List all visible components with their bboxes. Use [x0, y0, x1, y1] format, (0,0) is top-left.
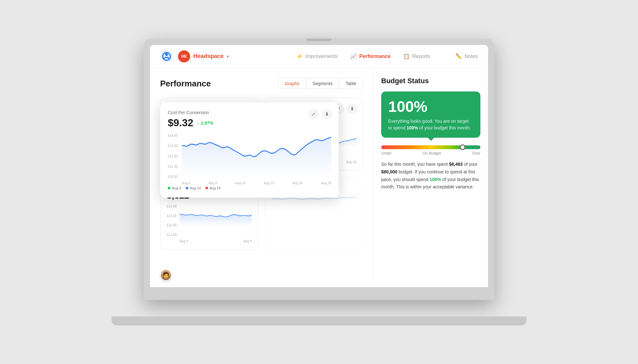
- nav-item-reports[interactable]: 📋 Reports: [403, 53, 430, 59]
- budget-message: Everything looks good. You are on target…: [388, 118, 473, 131]
- floating-value: $9.32: [168, 117, 193, 129]
- spent-amount: $8,483: [449, 162, 463, 167]
- floating-card-actions: ⤢ ⬇: [308, 109, 332, 120]
- legend-aug4: Aug 4: [168, 186, 181, 190]
- budget-description: So far this month, you have spent $8,483…: [381, 161, 480, 191]
- brand-avatar: HE: [178, 50, 190, 62]
- spend-percentage: 100%: [430, 177, 441, 182]
- floating-chart-legend: Aug 4 Aug 14 Aug 19: [168, 186, 331, 190]
- nav-items: ⚡ Improvements 📈 Performance 📋 Reports: [296, 53, 430, 59]
- tab-segments[interactable]: Segments: [306, 78, 339, 89]
- performance-icon: 📈: [350, 53, 357, 59]
- budget-card: 100% Everything looks good. You are on t…: [381, 91, 480, 138]
- nav-notes[interactable]: ✏️ Notes: [456, 53, 478, 59]
- nav-item-performance[interactable]: 📈 Performance: [350, 53, 390, 59]
- legend-aug14: Aug 14: [186, 186, 201, 190]
- conversions-chart-svg: [180, 205, 252, 226]
- floating-card: Cost Per Conversion $9.32 ↓ 2.97% ⤢ ⬇ £1…: [160, 102, 339, 198]
- gauge-bar: [381, 145, 480, 149]
- conversions-chart: £14.00 £13.00 £12.00 £11.00: [167, 205, 252, 243]
- legend-dot-aug4: [168, 187, 170, 189]
- floating-change: ↓ 2.97%: [197, 120, 213, 126]
- floating-expand-button[interactable]: ⤢: [308, 109, 319, 120]
- budget-percentage: 100%: [388, 98, 473, 115]
- nav-bar: HE Headspace ▾ ⚡ Improvements 📈 P: [150, 45, 488, 68]
- gauge-indicator: [460, 144, 465, 150]
- floating-value-row: $9.32 ↓ 2.97%: [168, 117, 331, 129]
- gauge-onbudget-label: On Budget: [423, 151, 441, 156]
- floating-chart-svg: [182, 134, 331, 177]
- tab-graphs[interactable]: Graphs: [278, 78, 306, 89]
- floating-label: Cost Per Conversion: [168, 110, 331, 115]
- gauge-labels: Under On Budget Over: [381, 151, 480, 156]
- page-title: Performance: [160, 79, 211, 89]
- legend-dot-aug14: [186, 187, 188, 189]
- tab-group: Graphs Segments Table: [278, 78, 363, 89]
- right-panel: Budget Status 100% Everything looks good…: [373, 68, 488, 287]
- laptop-base: [112, 317, 526, 325]
- legend-aug19: Aug 19: [205, 186, 221, 190]
- improvements-icon: ⚡: [296, 53, 303, 59]
- conversions-x-labels: Aug 4 Aug 9: [180, 239, 252, 243]
- notes-icon: ✏️: [456, 53, 462, 59]
- budget-amount: $80,000: [381, 169, 397, 174]
- avatar-face: 🧑: [161, 270, 171, 280]
- reports-icon: 📋: [403, 53, 410, 59]
- floating-download-button[interactable]: ⬇: [322, 109, 332, 120]
- floating-x-labels: Aug 4 Aug 9 Aug 14 Aug 19 Aug 24 Aug 29: [182, 181, 331, 185]
- cost-download-button[interactable]: ⬇: [347, 103, 358, 114]
- brand-chevron-icon: ▾: [227, 54, 229, 59]
- avatar: 🧑: [160, 269, 172, 281]
- budget-gauge: Under On Budget Over: [381, 145, 480, 156]
- floating-y-labels: £14.00 £13.00 £12.00 £11.00 £10.00: [168, 134, 178, 178]
- app-logo: [160, 50, 173, 63]
- tab-table[interactable]: Table: [339, 78, 363, 89]
- brand-name: Headspace: [193, 53, 224, 60]
- legend-dot-aug19: [205, 187, 208, 189]
- floating-chart-container: £14.00 £13.00 £12.00 £11.00 £10.00: [168, 134, 331, 185]
- down-arrow-icon: ↓: [197, 120, 199, 126]
- gauge-under-label: Under: [381, 151, 392, 156]
- gauge-over-label: Over: [472, 151, 480, 156]
- performance-header: Performance Graphs Segments Table: [160, 78, 363, 89]
- svg-point-2: [165, 53, 168, 56]
- conversions-y-labels: £14.00 £13.00 £12.00 £11.00: [167, 205, 177, 237]
- nav-item-improvements[interactable]: ⚡ Improvements: [296, 53, 338, 59]
- budget-title: Budget Status: [381, 77, 480, 85]
- brand-section[interactable]: HE Headspace ▾: [178, 50, 229, 62]
- camera-notch: [306, 39, 332, 41]
